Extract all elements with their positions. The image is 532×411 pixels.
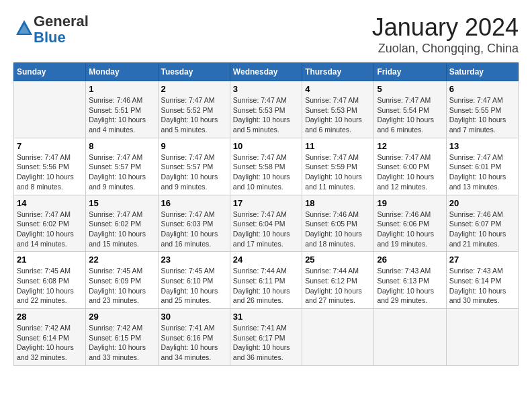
day-number: 5 [377,84,443,94]
calendar-cell: 21 Sunrise: 7:45 AMSunset: 6:08 PMDaylig… [14,252,86,309]
day-info: Sunrise: 7:47 AMSunset: 5:57 PMDaylight:… [89,152,154,192]
calendar-cell: 23 Sunrise: 7:45 AMSunset: 6:10 PMDaylig… [158,252,230,309]
calendar-cell: 25 Sunrise: 7:44 AMSunset: 6:12 PMDaylig… [302,252,374,309]
day-info: Sunrise: 7:44 AMSunset: 6:12 PMDaylight:… [305,266,371,306]
day-info: Sunrise: 7:47 AMSunset: 5:55 PMDaylight:… [449,95,515,135]
day-info: Sunrise: 7:44 AMSunset: 6:11 PMDaylight:… [233,266,299,306]
title-block: January 2024 Zuolan, Chongqing, China [372,13,519,56]
page-subtitle: Zuolan, Chongqing, China [372,42,519,56]
calendar-cell: 11 Sunrise: 7:47 AMSunset: 5:59 PMDaylig… [302,138,374,195]
day-number: 15 [89,198,154,208]
logo-icon [15,19,34,38]
day-info: Sunrise: 7:47 AMSunset: 6:02 PMDaylight:… [89,210,154,249]
week-row-5: 28 Sunrise: 7:42 AMSunset: 6:14 PMDaylig… [14,309,519,366]
calendar-cell: 29 Sunrise: 7:42 AMSunset: 6:15 PMDaylig… [86,309,158,366]
day-number: 19 [377,198,443,208]
day-info: Sunrise: 7:47 AMSunset: 5:53 PMDaylight:… [233,95,299,135]
day-number: 28 [17,312,83,322]
calendar-cell: 14 Sunrise: 7:47 AMSunset: 6:02 PMDaylig… [14,195,86,252]
calendar-cell: 20 Sunrise: 7:46 AMSunset: 6:07 PMDaylig… [446,195,518,252]
day-info: Sunrise: 7:46 AMSunset: 6:07 PMDaylight:… [449,210,515,249]
calendar-cell: 27 Sunrise: 7:43 AMSunset: 6:14 PMDaylig… [446,252,518,309]
calendar-cell: 5 Sunrise: 7:47 AMSunset: 5:54 PMDayligh… [374,81,446,138]
calendar-cell: 1 Sunrise: 7:46 AMSunset: 5:51 PMDayligh… [86,81,158,138]
day-info: Sunrise: 7:42 AMSunset: 6:14 PMDaylight:… [17,323,83,363]
calendar-cell: 8 Sunrise: 7:47 AMSunset: 5:57 PMDayligh… [86,138,158,195]
calendar-cell: 31 Sunrise: 7:41 AMSunset: 6:17 PMDaylig… [230,309,302,366]
calendar-cell: 24 Sunrise: 7:44 AMSunset: 6:11 PMDaylig… [230,252,302,309]
col-saturday: Saturday [446,63,518,81]
day-number: 30 [161,312,227,322]
day-number: 20 [449,198,515,208]
day-number: 7 [17,141,83,151]
page-header: General Blue January 2024 Zuolan, Chongq… [13,13,519,56]
day-info: Sunrise: 7:41 AMSunset: 6:16 PMDaylight:… [161,323,227,363]
col-sunday: Sunday [14,63,86,81]
logo-text: General Blue [34,13,89,46]
calendar-cell: 2 Sunrise: 7:47 AMSunset: 5:52 PMDayligh… [158,81,230,138]
day-info: Sunrise: 7:46 AMSunset: 6:06 PMDaylight:… [377,210,443,249]
calendar-cell: 26 Sunrise: 7:43 AMSunset: 6:13 PMDaylig… [374,252,446,309]
day-info: Sunrise: 7:46 AMSunset: 5:51 PMDaylight:… [89,95,154,135]
week-row-3: 14 Sunrise: 7:47 AMSunset: 6:02 PMDaylig… [14,195,519,252]
logo: General Blue [13,13,89,46]
calendar-cell: 15 Sunrise: 7:47 AMSunset: 6:02 PMDaylig… [86,195,158,252]
week-row-4: 21 Sunrise: 7:45 AMSunset: 6:08 PMDaylig… [14,252,519,309]
header-row: Sunday Monday Tuesday Wednesday Thursday… [14,63,519,81]
day-info: Sunrise: 7:47 AMSunset: 6:01 PMDaylight:… [449,152,515,192]
calendar-table: Sunday Monday Tuesday Wednesday Thursday… [13,62,519,366]
calendar-cell [374,309,446,366]
day-number: 23 [161,255,227,265]
calendar-cell [446,309,518,366]
calendar-cell: 13 Sunrise: 7:47 AMSunset: 6:01 PMDaylig… [446,138,518,195]
day-info: Sunrise: 7:42 AMSunset: 6:15 PMDaylight:… [89,323,154,363]
day-info: Sunrise: 7:45 AMSunset: 6:09 PMDaylight:… [89,266,154,306]
day-number: 16 [161,198,227,208]
calendar-cell: 10 Sunrise: 7:47 AMSunset: 5:58 PMDaylig… [230,138,302,195]
day-info: Sunrise: 7:47 AMSunset: 5:59 PMDaylight:… [305,152,371,192]
day-info: Sunrise: 7:47 AMSunset: 5:58 PMDaylight:… [233,152,299,192]
calendar-cell: 18 Sunrise: 7:46 AMSunset: 6:05 PMDaylig… [302,195,374,252]
day-info: Sunrise: 7:45 AMSunset: 6:10 PMDaylight:… [161,266,227,306]
calendar-cell: 3 Sunrise: 7:47 AMSunset: 5:53 PMDayligh… [230,81,302,138]
day-info: Sunrise: 7:45 AMSunset: 6:08 PMDaylight:… [17,266,83,306]
day-number: 29 [89,312,154,322]
day-info: Sunrise: 7:47 AMSunset: 5:57 PMDaylight:… [161,152,227,192]
day-number: 25 [305,255,371,265]
day-number: 13 [449,141,515,151]
day-info: Sunrise: 7:47 AMSunset: 5:53 PMDaylight:… [305,95,371,135]
day-info: Sunrise: 7:43 AMSunset: 6:13 PMDaylight:… [377,266,443,306]
calendar-cell: 22 Sunrise: 7:45 AMSunset: 6:09 PMDaylig… [86,252,158,309]
calendar-cell: 12 Sunrise: 7:47 AMSunset: 6:00 PMDaylig… [374,138,446,195]
week-row-1: 1 Sunrise: 7:46 AMSunset: 5:51 PMDayligh… [14,81,519,138]
day-number: 8 [89,141,154,151]
calendar-cell: 4 Sunrise: 7:47 AMSunset: 5:53 PMDayligh… [302,81,374,138]
calendar-cell: 7 Sunrise: 7:47 AMSunset: 5:56 PMDayligh… [14,138,86,195]
calendar-cell: 6 Sunrise: 7:47 AMSunset: 5:55 PMDayligh… [446,81,518,138]
calendar-cell: 9 Sunrise: 7:47 AMSunset: 5:57 PMDayligh… [158,138,230,195]
calendar-cell [14,81,86,138]
week-row-2: 7 Sunrise: 7:47 AMSunset: 5:56 PMDayligh… [14,138,519,195]
day-info: Sunrise: 7:41 AMSunset: 6:17 PMDaylight:… [233,323,299,363]
day-number: 2 [161,84,227,94]
col-wednesday: Wednesday [230,63,302,81]
day-number: 1 [89,84,154,94]
day-number: 14 [17,198,83,208]
day-number: 9 [161,141,227,151]
calendar-cell: 30 Sunrise: 7:41 AMSunset: 6:16 PMDaylig… [158,309,230,366]
col-tuesday: Tuesday [158,63,230,81]
day-number: 10 [233,141,299,151]
day-info: Sunrise: 7:47 AMSunset: 5:54 PMDaylight:… [377,95,443,135]
calendar-cell [302,309,374,366]
day-number: 24 [233,255,299,265]
calendar-cell: 19 Sunrise: 7:46 AMSunset: 6:06 PMDaylig… [374,195,446,252]
day-number: 11 [305,141,371,151]
day-number: 12 [377,141,443,151]
col-thursday: Thursday [302,63,374,81]
day-number: 6 [449,84,515,94]
day-number: 26 [377,255,443,265]
day-number: 22 [89,255,154,265]
day-info: Sunrise: 7:47 AMSunset: 6:04 PMDaylight:… [233,210,299,249]
col-monday: Monday [86,63,158,81]
col-friday: Friday [374,63,446,81]
